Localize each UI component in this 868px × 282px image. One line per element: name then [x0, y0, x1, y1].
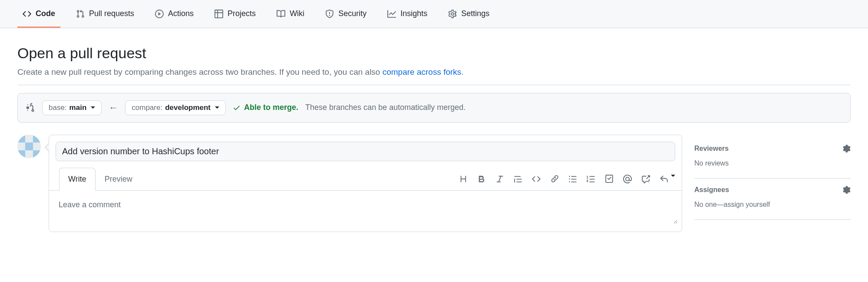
pull-request-icon: [76, 10, 85, 18]
graph-icon: [387, 10, 396, 18]
pr-title-input[interactable]: [56, 142, 675, 161]
compare-bar: base: main ← compare: development Able t…: [17, 93, 851, 123]
code-button[interactable]: [532, 175, 541, 183]
tab-projects[interactable]: Projects: [209, 0, 261, 28]
pr-layout: Write Preview: [17, 135, 851, 232]
assignees-title: Assignees: [694, 185, 729, 195]
tab-security[interactable]: Security: [320, 0, 372, 28]
table-icon: [215, 10, 223, 18]
base-label: base:: [49, 103, 67, 112]
tab-actions[interactable]: Actions: [150, 0, 199, 28]
shield-icon: [325, 10, 334, 18]
markdown-toolbar: [459, 175, 675, 183]
tab-insights[interactable]: Insights: [382, 0, 432, 28]
code-icon: [23, 10, 31, 18]
caret-down-icon: [91, 106, 95, 109]
comment-textarea[interactable]: [53, 195, 677, 224]
assign-yourself-link[interactable]: assign yourself: [724, 201, 770, 208]
unordered-list-button[interactable]: [568, 175, 577, 183]
tab-code[interactable]: Code: [17, 0, 60, 28]
cross-reference-button[interactable]: [641, 175, 650, 183]
tab-security-label: Security: [338, 8, 366, 20]
gear-icon[interactable]: [843, 186, 851, 194]
avatar: [17, 135, 41, 158]
compare-forks-link[interactable]: compare across forks: [383, 67, 462, 76]
reviewers-title: Reviewers: [694, 143, 729, 154]
sidebar: Reviewers No reviews Assignees No one—as…: [694, 135, 851, 220]
heading-button[interactable]: [459, 175, 468, 183]
assignees-block: Assignees No one—assign yourself: [694, 179, 851, 220]
subtitle-suffix: .: [461, 67, 463, 76]
reviewers-block: Reviewers No reviews: [694, 137, 851, 179]
mention-button[interactable]: [623, 175, 632, 183]
merge-status-text: Able to merge.: [244, 102, 298, 113]
tab-pulls-label: Pull requests: [89, 8, 134, 20]
page-title: Open a pull request: [17, 42, 851, 64]
arrow-left-icon: ←: [109, 100, 118, 115]
italic-button[interactable]: [495, 175, 504, 183]
caret-down-icon: [671, 175, 675, 177]
tab-settings-label: Settings: [461, 8, 489, 20]
tab-write[interactable]: Write: [59, 168, 96, 191]
repo-nav: Code Pull requests Actions Projects Wiki…: [0, 0, 868, 28]
link-button[interactable]: [550, 175, 559, 183]
tab-projects-label: Projects: [228, 8, 256, 20]
ordered-list-button[interactable]: [587, 175, 595, 183]
bold-button[interactable]: [477, 175, 486, 183]
gear-icon[interactable]: [843, 145, 851, 153]
reply-button[interactable]: [660, 175, 675, 183]
divider: [17, 85, 851, 85]
check-icon: [233, 104, 241, 112]
assignees-none: No one—: [694, 201, 724, 208]
main-container: Open a pull request Create a new pull re…: [0, 28, 868, 232]
tab-code-label: Code: [36, 8, 55, 20]
caret-down-icon: [215, 106, 219, 109]
book-icon: [277, 10, 285, 18]
tab-preview[interactable]: Preview: [96, 168, 142, 191]
compare-label: compare:: [132, 103, 162, 112]
page-subtitle: Create a new pull request by comparing c…: [17, 66, 851, 79]
merge-description: These branches can be automatically merg…: [305, 102, 465, 113]
write-tabs: Write Preview: [59, 168, 142, 191]
merge-status: Able to merge.: [233, 102, 298, 113]
left-column: Write Preview: [17, 135, 682, 232]
play-icon: [155, 10, 164, 18]
tab-insights-label: Insights: [400, 8, 427, 20]
tab-actions-label: Actions: [168, 8, 194, 20]
tab-pull-requests[interactable]: Pull requests: [71, 0, 139, 28]
tab-wiki[interactable]: Wiki: [271, 0, 310, 28]
base-branch-button[interactable]: base: main: [42, 100, 102, 115]
compare-branch: development: [165, 103, 211, 112]
base-branch: main: [69, 103, 87, 112]
comment-box: Write Preview: [49, 135, 682, 232]
quote-button[interactable]: [514, 175, 522, 183]
assignees-body: No one—assign yourself: [694, 199, 851, 210]
editor-tab-row: Write Preview: [49, 168, 682, 191]
git-compare-icon: [26, 103, 35, 113]
tab-settings[interactable]: Settings: [443, 0, 495, 28]
compare-branch-button[interactable]: compare: development: [125, 100, 226, 115]
reviewers-body: No reviews: [694, 158, 851, 169]
tasklist-button[interactable]: [605, 175, 614, 183]
gear-icon: [448, 10, 457, 18]
tab-wiki-label: Wiki: [290, 8, 304, 20]
subtitle-prefix: Create a new pull request by comparing c…: [17, 67, 383, 76]
